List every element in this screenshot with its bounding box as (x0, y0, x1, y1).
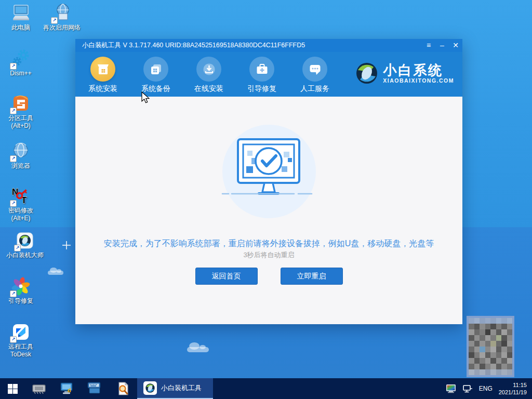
desktop-icon-todesk[interactable]: ↗ 远程工具 ToDesk (0, 322, 42, 358)
desktop-icon-label: 再次启用网络 (43, 24, 81, 31)
partition-tool-icon: ↗ (11, 94, 31, 113)
completion-message: 安装完成，为了不影响系统部署，重启前请将外接设备拔掉，例如U盘，移动硬盘，光盘等 (75, 238, 462, 249)
desktop-icon-network[interactable]: ↗ 再次启用网络 (39, 3, 84, 32)
desktop-icon-label2: ToDesk (10, 351, 31, 358)
xiaobai-app-icon-small (143, 381, 157, 395)
taskbar-display-tool[interactable]: d (53, 378, 81, 399)
desktop-icon-browser[interactable]: ↗ 浏览器 (0, 141, 42, 170)
menu-icon[interactable]: ≡ (422, 39, 435, 52)
desktop-icon-this-pc[interactable]: 此电脑 (0, 3, 42, 32)
desktop-icon-label: 远程工具 (8, 343, 33, 350)
shortcut-arrow-icon: ↗ (14, 245, 21, 251)
shortcut-arrow-icon: ↗ (10, 108, 17, 114)
network-globe-icon: ↗ (52, 3, 72, 23)
taskbar-search-doc-tool[interactable] (109, 378, 137, 399)
tab-label: 系统安装 (88, 84, 117, 94)
qr-code-blurred (467, 316, 514, 377)
taskbar-osk-tool[interactable] (81, 378, 109, 399)
qr-pixel-grid (469, 318, 512, 375)
taskbar: d 小白装机工具 ENG 11:15 2021/11/19 (0, 378, 532, 399)
desktop-icon-partition-tool[interactable]: ↗ 分区工具 (Alt+D) (0, 94, 42, 130)
brand-domain: XIAOBAIXITONG.COM (383, 77, 454, 84)
taskbar-memory-tool[interactable] (25, 378, 53, 399)
desktop-icon-label: 此电脑 (11, 24, 30, 31)
svg-text:d: d (68, 387, 71, 393)
desktop-icon-label: Dism++ (10, 70, 31, 77)
window-titlebar: 小白装机工具 V 3.1.717.460 URID:88A24525169518… (75, 39, 462, 52)
desktop-icon-xiaobai-master[interactable]: ↗ 小白装机大师 (0, 231, 50, 259)
brand-name: 小白系统 (383, 63, 454, 77)
tray-display-color-icon[interactable] (446, 384, 456, 393)
tab-bar: 系统安装 系统备份 在线安装 引导修复 (75, 52, 462, 97)
desktop-icon-label: 小白装机大师 (6, 251, 44, 259)
tray-network-icon[interactable] (462, 384, 473, 393)
pinwheel-icon: ↗ (11, 276, 31, 296)
taskbar-app-label: 小白装机工具 (161, 383, 202, 393)
chat-bubble-icon (302, 57, 327, 82)
backup-windows-icon (143, 57, 168, 82)
tab-boot-repair[interactable]: 引导修复 (235, 52, 288, 97)
button-row: 返回首页 立即重启 (75, 268, 462, 285)
shortcut-arrow-icon: ↗ (10, 63, 17, 70)
taskbar-clock[interactable]: 11:15 2021/11/19 (499, 381, 527, 396)
toolbox-plus-icon (249, 57, 274, 82)
minimize-icon[interactable]: – (435, 39, 449, 52)
shortcut-arrow-icon: ↗ (10, 290, 17, 297)
display-settings-icon: d (60, 382, 74, 395)
shortcut-arrow-icon: ↗ (10, 155, 17, 162)
memory-chip-icon (31, 382, 47, 395)
return-home-button[interactable]: 返回首页 (195, 268, 258, 285)
mouse-cursor (141, 91, 151, 107)
start-button[interactable] (0, 378, 25, 399)
restart-now-button[interactable]: 立即重启 (281, 268, 343, 285)
desktop-icon-label: 浏览器 (11, 162, 30, 169)
xiaobai-logo-icon (355, 61, 379, 85)
brand-logo: 小白系统 XIAOBAIXITONG.COM (355, 61, 454, 85)
shortcut-arrow-icon: ↗ (10, 200, 17, 207)
desktop-icon-label: 分区工具 (8, 114, 33, 122)
window-title: 小白装机工具 V 3.1.717.460 URID:88A24525169518… (82, 41, 422, 50)
desktop: 此电脑 ↗ 再次启用网络 ↗ Dism++ ↗ 分区工具 (Alt+D) ↗ 浏… (0, 0, 532, 399)
xiaobai-tool-window: 小白装机工具 V 3.1.717.460 URID:88A24525169518… (75, 39, 462, 324)
install-box-icon (90, 57, 115, 82)
cloud-decor (48, 271, 63, 275)
tab-online-install[interactable]: 在线安装 (182, 52, 235, 97)
language-indicator[interactable]: ENG (479, 385, 493, 392)
download-icon (196, 57, 221, 82)
tab-system-install[interactable]: 系统安装 (76, 52, 129, 97)
todesk-icon: ↗ (11, 322, 31, 342)
browser-globe-icon: ↗ (11, 141, 31, 161)
clock-date: 2021/11/19 (499, 389, 527, 396)
keyboard-monitor-icon (87, 382, 103, 395)
close-icon[interactable]: ✕ (449, 39, 462, 52)
desktop-icon-dism[interactable]: ↗ Dism++ (0, 49, 42, 77)
tab-label: 引导修复 (247, 84, 276, 94)
desktop-icon-label2: (Alt+E) (11, 215, 30, 222)
sparkle-decor (62, 241, 71, 249)
cloud-decor (187, 347, 209, 352)
this-pc-icon (11, 3, 31, 23)
clock-time: 11:15 (499, 381, 527, 389)
window-body: 安装完成，为了不影响系统部署，重启前请将外接设备拔掉，例如U盘，移动硬盘，光盘等… (75, 97, 462, 324)
tab-label: 在线安装 (194, 84, 223, 94)
tab-system-backup[interactable]: 系统备份 (129, 52, 182, 97)
magnifier-document-icon (117, 382, 129, 396)
auto-restart-countdown: 3秒后将自动重启 (75, 250, 462, 260)
install-complete-illustration (202, 124, 337, 230)
password-key-icon: NT ↗ (11, 186, 31, 206)
windows-logo-icon (8, 384, 18, 394)
tab-human-service[interactable]: 人工服务 (288, 52, 341, 97)
desktop-icon-label: 密码修改 (8, 207, 33, 214)
system-tray: ENG 11:15 2021/11/19 (446, 381, 532, 396)
desktop-icon-label: 引导修复 (8, 297, 33, 304)
gears-icon: ↗ (11, 49, 31, 69)
xiaobai-app-icon: ↗ (15, 231, 35, 250)
brand-text: 小白系统 XIAOBAIXITONG.COM (383, 63, 454, 84)
desktop-icon-label2: (Alt+D) (11, 122, 31, 129)
shortcut-arrow-icon: ↗ (51, 17, 58, 24)
shortcut-arrow-icon: ↗ (10, 336, 17, 343)
taskbar-app-xiaobai[interactable]: 小白装机工具 (137, 378, 213, 399)
tab-label: 人工服务 (300, 84, 329, 94)
desktop-icon-boot-repair[interactable]: ↗ 引导修复 (0, 276, 42, 305)
desktop-icon-password-edit[interactable]: NT ↗ 密码修改 (Alt+E) (0, 186, 42, 222)
